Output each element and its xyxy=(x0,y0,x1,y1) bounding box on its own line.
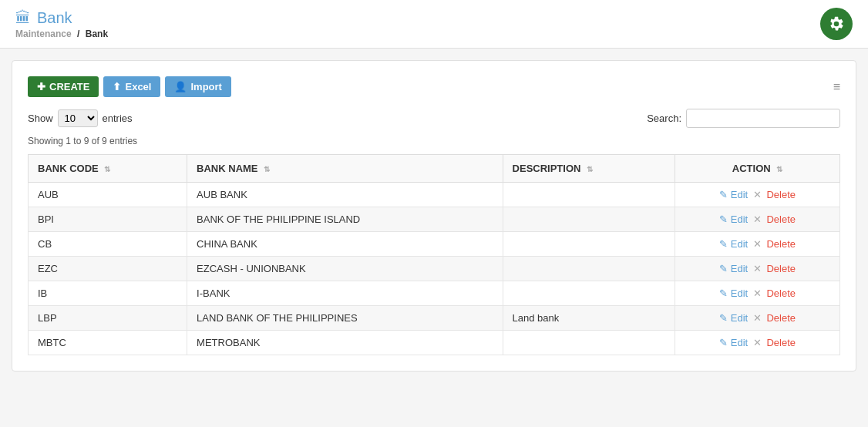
sort-icon-bank-code[interactable]: ⇅ xyxy=(104,165,110,173)
cell-description xyxy=(503,331,675,355)
edit-icon: ✎ xyxy=(719,238,728,250)
cell-action: ✎ Edit ✕ Delete xyxy=(675,232,840,257)
table-header: BANK CODE ⇅ BANK NAME ⇅ DESCRIPTION ⇅ AC… xyxy=(29,155,840,183)
cell-description xyxy=(503,207,675,232)
cell-description xyxy=(503,281,675,306)
edit-icon: ✎ xyxy=(719,214,728,225)
create-button[interactable]: ✚ CREATE xyxy=(28,76,99,97)
excel-label: Excel xyxy=(125,81,151,92)
separator: ✕ xyxy=(753,287,762,299)
cell-bank-name: EZCASH - UNIONBANK xyxy=(187,257,503,281)
excel-icon: ⬆ xyxy=(113,81,121,92)
entries-select[interactable]: 10 25 50 100 xyxy=(58,109,98,127)
separator: ✕ xyxy=(753,337,762,348)
top-bar: 🏛 Bank Maintenance / Bank xyxy=(0,0,868,49)
entries-label: entries xyxy=(103,113,133,124)
cell-bank-name: CHINA BANK xyxy=(187,232,503,257)
separator: ✕ xyxy=(753,263,762,274)
table-row: LBPLAND BANK OF THE PHILIPPINESLand bank… xyxy=(29,306,840,331)
cell-action: ✎ Edit ✕ Delete xyxy=(675,306,840,331)
edit-link[interactable]: Edit xyxy=(731,337,748,348)
gear-icon xyxy=(828,15,845,32)
delete-link[interactable]: Delete xyxy=(766,214,796,225)
separator: ✕ xyxy=(753,312,762,324)
bank-table: BANK CODE ⇅ BANK NAME ⇅ DESCRIPTION ⇅ AC… xyxy=(28,154,840,355)
page-title: 🏛 Bank xyxy=(15,9,108,27)
col-bank-code: BANK CODE ⇅ xyxy=(29,155,187,183)
cell-action: ✎ Edit ✕ Delete xyxy=(675,281,840,306)
separator: ✕ xyxy=(753,189,762,200)
edit-link[interactable]: Edit xyxy=(731,214,748,225)
import-label: Import xyxy=(190,81,221,92)
sort-icon-description[interactable]: ⇅ xyxy=(587,165,593,173)
sort-icon-action[interactable]: ⇅ xyxy=(776,165,782,173)
show-label: Show xyxy=(28,113,53,124)
cell-description xyxy=(503,183,675,207)
cell-description xyxy=(503,232,675,257)
cell-bank-code: CB xyxy=(29,232,187,257)
edit-link[interactable]: Edit xyxy=(731,312,748,324)
edit-link[interactable]: Edit xyxy=(731,263,748,274)
cell-action: ✎ Edit ✕ Delete xyxy=(675,331,840,355)
search-box: Search: xyxy=(647,109,840,128)
toolbar-left: ✚ CREATE ⬆ Excel 👤 Import xyxy=(28,76,231,97)
edit-icon: ✎ xyxy=(719,287,728,299)
breadcrumb-parent[interactable]: Maintenance xyxy=(15,29,72,39)
create-plus-icon: ✚ xyxy=(37,81,45,92)
import-icon: 👤 xyxy=(174,81,187,92)
delete-link[interactable]: Delete xyxy=(766,312,796,324)
table-row: BPIBANK OF THE PHILIPPINE ISLAND ✎ Edit … xyxy=(29,207,840,232)
cell-action: ✎ Edit ✕ Delete xyxy=(675,207,840,232)
edit-icon: ✎ xyxy=(719,263,728,274)
toolbar: ✚ CREATE ⬆ Excel 👤 Import ≡ xyxy=(28,76,840,97)
content-area: ✚ CREATE ⬆ Excel 👤 Import ≡ Show 10 25 5… xyxy=(12,60,856,372)
edit-link[interactable]: Edit xyxy=(731,189,748,200)
delete-link[interactable]: Delete xyxy=(766,189,796,200)
edit-icon: ✎ xyxy=(719,312,728,324)
search-input[interactable] xyxy=(686,109,840,128)
cell-bank-code: IB xyxy=(29,281,187,306)
col-description: DESCRIPTION ⇅ xyxy=(503,155,675,183)
search-label: Search: xyxy=(647,113,681,124)
cell-bank-code: MBTC xyxy=(29,331,187,355)
cell-bank-name: METROBANK xyxy=(187,331,503,355)
table-controls: Show 10 25 50 100 entries Search: xyxy=(28,109,840,128)
edit-link[interactable]: Edit xyxy=(731,287,748,299)
separator: ✕ xyxy=(753,238,762,250)
delete-link[interactable]: Delete xyxy=(766,337,796,348)
create-label: CREATE xyxy=(49,81,89,92)
cell-action: ✎ Edit ✕ Delete xyxy=(675,257,840,281)
menu-icon[interactable]: ≡ xyxy=(833,80,840,94)
edit-link[interactable]: Edit xyxy=(731,238,748,250)
table-row: EZCEZCASH - UNIONBANK ✎ Edit ✕ Delete xyxy=(29,257,840,281)
info-text: Showing 1 to 9 of 9 entries xyxy=(28,136,840,146)
breadcrumb-sep: / xyxy=(77,29,79,39)
cell-description: Land bank xyxy=(503,306,675,331)
cell-bank-code: AUB xyxy=(29,183,187,207)
edit-icon: ✎ xyxy=(719,189,728,200)
col-bank-name: BANK NAME ⇅ xyxy=(187,155,503,183)
delete-link[interactable]: Delete xyxy=(766,287,796,299)
gear-button[interactable] xyxy=(820,8,853,40)
table-row: MBTCMETROBANK ✎ Edit ✕ Delete xyxy=(29,331,840,355)
cell-bank-code: EZC xyxy=(29,257,187,281)
table-row: IBI-BANK ✎ Edit ✕ Delete xyxy=(29,281,840,306)
breadcrumb-current: Bank xyxy=(86,29,108,39)
delete-link[interactable]: Delete xyxy=(766,263,796,274)
table-row: CBCHINA BANK ✎ Edit ✕ Delete xyxy=(29,232,840,257)
separator: ✕ xyxy=(753,214,762,225)
table-row: AUBAUB BANK ✎ Edit ✕ Delete xyxy=(29,183,840,207)
cell-bank-name: I-BANK xyxy=(187,281,503,306)
excel-button[interactable]: ⬆ Excel xyxy=(103,76,160,97)
cell-action: ✎ Edit ✕ Delete xyxy=(675,183,840,207)
col-action: ACTION ⇅ xyxy=(675,155,840,183)
cell-bank-name: LAND BANK OF THE PHILIPPINES xyxy=(187,306,503,331)
edit-icon: ✎ xyxy=(719,337,728,348)
cell-bank-name: AUB BANK xyxy=(187,183,503,207)
import-button[interactable]: 👤 Import xyxy=(165,76,230,97)
breadcrumb: Maintenance / Bank xyxy=(15,29,108,39)
sort-icon-bank-name[interactable]: ⇅ xyxy=(264,165,270,173)
show-entries: Show 10 25 50 100 entries xyxy=(28,109,133,127)
delete-link[interactable]: Delete xyxy=(766,238,796,250)
bank-icon: 🏛 xyxy=(15,9,31,27)
